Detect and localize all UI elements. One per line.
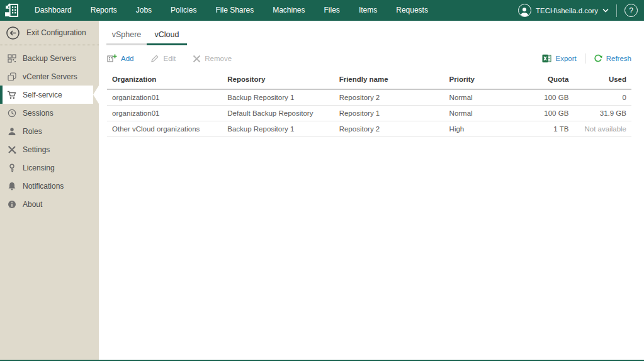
nav-item-items[interactable]: Items — [349, 0, 387, 21]
sidebar-item-notifications[interactable]: Notifications — [0, 177, 99, 195]
refresh-label: Refresh — [606, 55, 631, 62]
username-label: TECH\sheila.d.cory — [536, 7, 598, 14]
sidebar-item-label: Backup Servers — [23, 54, 76, 63]
cell-priority: High — [444, 121, 512, 137]
tab-vsphere[interactable]: vSphere — [106, 26, 147, 45]
sidebar-item-roles[interactable]: Roles — [0, 122, 99, 140]
column-header-repository[interactable]: Repository — [222, 71, 334, 89]
cell-quota: 100 GB — [512, 106, 573, 121]
tab-vcloud[interactable]: vCloud — [147, 26, 187, 45]
roles-person-icon — [7, 127, 16, 136]
export-excel-icon — [542, 54, 551, 63]
refresh-button[interactable]: Refresh — [594, 54, 631, 63]
exit-back-arrow-icon — [6, 26, 20, 40]
sidebar-item-label: Self-service — [23, 91, 62, 99]
topbar-divider — [616, 4, 617, 17]
cell-friendly-name: Repository 2 — [334, 89, 444, 106]
add-button[interactable]: Add — [107, 54, 133, 63]
cell-repository: Backup Repository 1 — [222, 89, 334, 106]
sidebar-item-label: Licensing — [23, 164, 55, 172]
export-label: Export — [555, 55, 576, 62]
table-header-row: Organization Repository Friendly name Pr… — [107, 71, 631, 89]
sidebar-item-backup-servers[interactable]: Backup Servers — [0, 49, 99, 67]
cell-quota: 1 TB — [512, 121, 573, 137]
chevron-down-icon — [602, 8, 609, 13]
add-label: Add — [121, 55, 133, 62]
self-service-cart-icon — [7, 91, 16, 99]
sessions-clock-icon — [7, 109, 16, 118]
add-icon — [107, 54, 117, 63]
nav-item-files[interactable]: Files — [315, 0, 349, 21]
sidebar-item-settings[interactable]: Settings — [0, 140, 99, 158]
table-row[interactable]: organization01 Default Backup Repository… — [107, 106, 631, 121]
column-header-priority[interactable]: Priority — [444, 71, 512, 89]
sidebar-item-label: Roles — [23, 127, 42, 136]
platform-tabs: vSphere vCloud — [99, 26, 644, 45]
sidebar-item-label: Notifications — [23, 182, 64, 191]
topbar-right-group: TECH\sheila.d.cory ? — [518, 4, 644, 17]
nav-item-reports[interactable]: Reports — [81, 0, 127, 21]
user-avatar-icon — [518, 4, 531, 17]
cell-used: 31.9 GB — [573, 106, 631, 121]
main-content: vSphere vCloud Add Edit Remove — [99, 21, 644, 360]
toolbar-separator — [585, 53, 585, 64]
backup-servers-icon — [7, 54, 16, 63]
cell-quota: 100 GB — [512, 89, 573, 106]
cell-organization: organization01 — [107, 89, 222, 106]
configuration-sidebar: Exit Configuration Backup Servers — [0, 21, 99, 360]
toolbar-right-group: Export Refresh — [542, 53, 631, 64]
nav-item-file-shares[interactable]: File Shares — [206, 0, 263, 21]
cell-repository: Default Backup Repository — [222, 106, 334, 121]
nav-item-machines[interactable]: Machines — [263, 0, 314, 21]
export-button[interactable]: Export — [542, 54, 576, 63]
top-navigation-bar: Dashboard Reports Jobs Policies File Sha… — [0, 0, 644, 21]
column-header-friendly-name[interactable]: Friendly name — [334, 71, 444, 89]
edit-pencil-icon — [150, 54, 159, 63]
sidebar-item-label: About — [23, 200, 42, 209]
cell-friendly-name: Repository 1 — [334, 106, 444, 121]
table-row[interactable]: organization01 Backup Repository 1 Repos… — [107, 89, 631, 106]
nav-item-policies[interactable]: Policies — [161, 0, 206, 21]
app-logo[interactable] — [0, 0, 23, 21]
cell-organization: Other vCloud organizations — [107, 121, 222, 137]
sidebar-item-self-service[interactable]: Self-service — [0, 86, 99, 104]
edit-button[interactable]: Edit — [150, 54, 176, 63]
sidebar-item-label: vCenter Servers — [23, 72, 77, 81]
column-header-organization[interactable]: Organization — [107, 71, 222, 89]
main-menu: Dashboard Reports Jobs Policies File Sha… — [25, 0, 438, 21]
remove-x-icon — [193, 55, 201, 63]
exit-configuration-label: Exit Configuration — [26, 28, 86, 37]
cell-used: 0 — [573, 89, 631, 106]
user-menu[interactable]: TECH\sheila.d.cory — [518, 4, 609, 17]
about-info-icon — [7, 200, 16, 209]
enterprise-manager-logo-icon — [4, 3, 19, 18]
sidebar-item-label: Sessions — [23, 109, 54, 118]
vcenter-servers-icon — [7, 72, 16, 81]
quotas-table: Organization Repository Friendly name Pr… — [107, 71, 631, 137]
exit-configuration-button[interactable]: Exit Configuration — [0, 21, 99, 45]
column-header-used[interactable]: Used — [573, 71, 631, 89]
help-icon: ? — [629, 6, 633, 15]
sidebar-item-about[interactable]: About — [0, 195, 99, 213]
remove-button[interactable]: Remove — [193, 55, 232, 63]
nav-item-requests[interactable]: Requests — [387, 0, 438, 21]
sidebar-item-vcenter-servers[interactable]: vCenter Servers — [0, 67, 99, 86]
column-header-quota[interactable]: Quota — [512, 71, 573, 89]
sidebar-menu: Backup Servers vCenter Servers Self-serv… — [0, 45, 99, 213]
cell-priority: Normal — [444, 89, 512, 106]
sidebar-item-licensing[interactable]: Licensing — [0, 158, 99, 177]
sidebar-item-sessions[interactable]: Sessions — [0, 104, 99, 122]
notifications-bell-icon — [7, 182, 16, 191]
cell-friendly-name: Repository 2 — [334, 121, 444, 137]
cell-organization: organization01 — [107, 106, 222, 121]
help-button[interactable]: ? — [624, 4, 638, 17]
nav-item-dashboard[interactable]: Dashboard — [25, 0, 81, 21]
nav-item-jobs[interactable]: Jobs — [127, 0, 161, 21]
cell-used: Not available — [573, 121, 631, 137]
remove-label: Remove — [205, 55, 232, 62]
refresh-icon — [594, 54, 602, 63]
sidebar-item-label: Settings — [23, 145, 50, 154]
cell-repository: Backup Repository 1 — [222, 121, 334, 137]
table-row[interactable]: Other vCloud organizations Backup Reposi… — [107, 121, 631, 137]
cell-priority: Normal — [444, 106, 512, 121]
